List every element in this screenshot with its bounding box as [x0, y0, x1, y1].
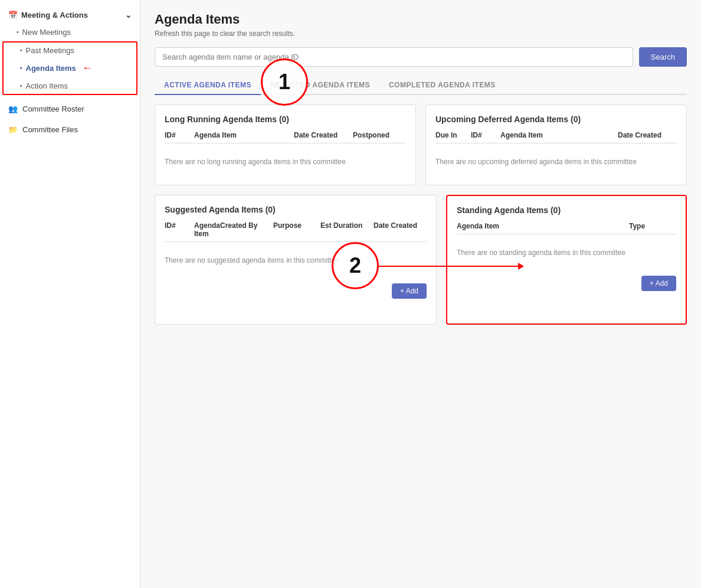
bullet-icon: •	[20, 65, 22, 71]
long-running-col-date: Date Created	[294, 131, 353, 139]
meeting-actions-label: Meeting & Actions	[21, 11, 88, 19]
standing-panel: Standing Agenda Items (0) Agenda Item Ty…	[446, 195, 687, 325]
long-running-col-postponed: Postponed	[353, 131, 406, 139]
main-content: Agenda Items Refresh this page to clear …	[140, 0, 701, 588]
meeting-actions-icon: 📅	[8, 11, 18, 19]
long-running-empty-message: There are no long running agenda items i…	[165, 148, 406, 175]
long-running-table-header: ID# Agenda Item Date Created Postponed	[165, 131, 406, 143]
committee-files-label: Committee Files	[22, 125, 78, 134]
sidebar-section-meeting-actions: 📅 Meeting & Actions ⌄ • New Meetings • P…	[0, 6, 140, 96]
chevron-down-icon: ⌄	[125, 11, 132, 19]
suggested-col-id: ID#	[165, 221, 194, 238]
long-running-col-id: ID#	[165, 131, 194, 139]
search-bar: Search	[155, 47, 687, 67]
page-subtitle: Refresh this page to clear the search re…	[155, 30, 687, 38]
committee-files-icon: 📁	[8, 125, 18, 134]
suggested-panel: Suggested Agenda Items (0) ID# Agenda It…	[155, 195, 437, 325]
sidebar-arrow-icon: ←	[82, 62, 93, 74]
sidebar-item-past-meetings[interactable]: • Past Meetings	[4, 43, 136, 58]
sidebar-item-committee-roster[interactable]: 👥 Committee Roster	[0, 99, 140, 119]
standing-empty-message: There are no standing agenda items in th…	[457, 239, 676, 266]
upcoming-deferred-col-date: Date Created	[618, 131, 677, 139]
new-meetings-label: New Meetings	[22, 28, 71, 37]
suggested-table-header: ID# Agenda Item Created By Purpose Est D…	[165, 221, 427, 242]
upcoming-deferred-col-id: ID#	[471, 131, 500, 139]
standing-title: Standing Agenda Items (0)	[457, 205, 676, 215]
suggested-col-createdby: Created By	[220, 221, 273, 238]
tabs-container: ACTIVE AGENDA ITEMS REJECTED AGENDA ITEM…	[155, 76, 687, 95]
bullet-icon: •	[17, 29, 19, 35]
standing-add-button[interactable]: + Add	[641, 276, 676, 291]
action-items-label: Action Items	[26, 81, 68, 90]
upcoming-deferred-panel: Upcoming Deferred Agenda Items (0) Due I…	[425, 104, 687, 185]
suggested-empty-message: There are no suggested agenda items in t…	[165, 247, 427, 274]
search-input[interactable]	[155, 47, 633, 67]
upcoming-deferred-col-due: Due In	[435, 131, 471, 139]
upcoming-deferred-title: Upcoming Deferred Agenda Items (0)	[435, 115, 677, 124]
suggested-panel-footer: + Add	[165, 279, 427, 299]
suggested-add-button[interactable]: + Add	[392, 283, 427, 299]
page-title: Agenda Items	[155, 12, 687, 27]
sidebar: 📅 Meeting & Actions ⌄ • New Meetings • P…	[0, 0, 140, 588]
upcoming-deferred-table-header: Due In ID# Agenda Item Date Created	[435, 131, 677, 143]
standing-panel-footer: + Add	[457, 271, 676, 291]
standing-col-agenda: Agenda Item	[457, 222, 629, 230]
search-button[interactable]: Search	[639, 47, 687, 67]
sidebar-item-committee-files[interactable]: 📁 Committee Files	[0, 119, 140, 140]
standing-table-header: Agenda Item Type	[457, 222, 676, 234]
long-running-panel: Long Running Agenda Items (0) ID# Agenda…	[155, 104, 416, 185]
suggested-col-agenda: Agenda Item	[194, 221, 220, 238]
committee-roster-icon: 👥	[8, 104, 18, 113]
top-panels-row: Long Running Agenda Items (0) ID# Agenda…	[155, 104, 687, 185]
bullet-icon: •	[20, 83, 22, 89]
standing-col-type: Type	[629, 222, 676, 230]
suggested-col-date: Date Created	[374, 221, 427, 238]
sidebar-item-action-items[interactable]: • Action Items	[4, 78, 136, 94]
bottom-panels-row: Suggested Agenda Items (0) ID# Agenda It…	[155, 195, 687, 325]
sidebar-item-agenda-items[interactable]: • Agenda Items ←	[4, 58, 136, 78]
bullet-icon: •	[20, 47, 22, 54]
upcoming-deferred-empty-message: There are no upcoming deferred agenda it…	[435, 148, 677, 175]
long-running-title: Long Running Agenda Items (0)	[165, 115, 406, 124]
suggested-col-estdur: Est Duration	[320, 221, 374, 238]
tab-completed-agenda-items[interactable]: COMPLETED AGENDA ITEMS	[379, 76, 505, 94]
sidebar-item-meeting-actions[interactable]: 📅 Meeting & Actions ⌄	[0, 6, 140, 24]
sidebar-item-new-meetings[interactable]: • New Meetings	[0, 24, 140, 40]
upcoming-deferred-col-agenda: Agenda Item	[500, 131, 618, 139]
agenda-items-label: Agenda Items	[26, 64, 76, 73]
committee-roster-label: Committee Roster	[22, 104, 84, 113]
tab-active-agenda-items[interactable]: ACTIVE AGENDA ITEMS	[155, 76, 261, 95]
sidebar-highlight-box: • Past Meetings • Agenda Items ← • Actio…	[2, 41, 137, 95]
suggested-col-purpose: Purpose	[273, 221, 320, 238]
long-running-col-agenda: Agenda Item	[194, 131, 294, 139]
tab-rejected-agenda-items[interactable]: REJECTED AGENDA ITEMS	[261, 76, 379, 94]
past-meetings-label: Past Meetings	[26, 46, 74, 55]
suggested-title: Suggested Agenda Items (0)	[165, 205, 427, 214]
